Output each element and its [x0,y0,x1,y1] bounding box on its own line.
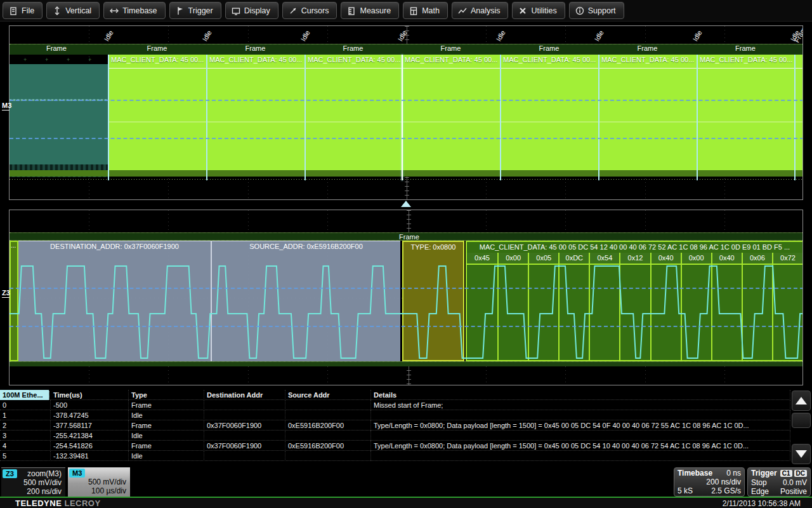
idle-separator-line [500,55,501,180]
row-index-cell: 3 [0,431,51,441]
column-header: Destination Addr [204,390,285,400]
oscilloscope-screen: FileVerticalTimebaseTriggerDisplayCursor… [0,0,812,508]
row-index-cell: 1 [0,410,51,420]
source-addr-cell: 0xE5916B200F00 [285,420,371,431]
frame-label: Frame [46,44,67,52]
frame-topline [207,68,305,69]
idle-separator-line [108,55,109,180]
top-waveform-grid: Frame++++FrameMAC_CLIENT_DATA: 45 00...F… [9,25,803,200]
scroll-up-button[interactable] [792,391,811,411]
trigger-box[interactable]: TriggerC1DC Stop0.0 mV EdgePositive [747,467,811,497]
zoom-extent-line-lower [10,138,803,139]
trigger-type: Edge [751,487,769,496]
type-cell: Idle [129,410,204,420]
details-cell: Type/Length = 0x0800; Data payload [leng… [371,420,790,431]
frame-topline [305,68,402,69]
timebase-tdiv: 200 ns/div [706,478,741,486]
frame-topline [402,68,501,69]
menu-label: Display [244,6,270,15]
idle-separator-line [206,55,207,180]
trigger-position-marker[interactable] [401,201,411,207]
frame-streak [108,121,207,123]
measure-icon [347,6,356,15]
scroll-down-button[interactable] [792,444,811,464]
frame-label: Frame [735,44,756,52]
level-line-lower [10,326,803,327]
idle-label: Idle [103,29,115,43]
menu-button-measure[interactable]: Measure [341,2,399,19]
undecoded-frame-region [10,64,108,164]
time-cell: -377.568117 [51,420,129,431]
idle-label: Idle [691,29,704,43]
row-index-cell: 2 [0,420,51,431]
scrollbar-thumb[interactable] [792,413,811,428]
table-row[interactable]: 3-255.421384Idle [0,431,790,441]
m3-descriptor-box[interactable]: M3 500 mV/div 100 µs/div [68,467,130,497]
frame-label: Frame [343,44,363,52]
time-cell: -255.421384 [51,431,129,441]
menu-label: Support [588,6,616,15]
zoom-extent-line-upper [10,100,803,101]
frame-decode-block [599,55,697,177]
menu-button-math[interactable]: Math [403,2,448,19]
menu-button-file[interactable]: File [3,2,43,19]
menu-button-support[interactable]: Support [569,2,624,19]
m3-tdiv: 100 µs/div [68,486,130,495]
menu-label: Math [422,6,440,15]
idle-label: Idle [593,29,605,43]
m3-tab: M3 [69,469,85,478]
table-row[interactable]: 4-254.541826Frame0x37F0060F19000xE5916B2… [0,441,790,451]
frame-streak [501,121,599,123]
details-cell [371,431,790,441]
table-row[interactable]: 2-377.568117Frame0x37F0060F19000xE5916B2… [0,420,790,431]
column-header: Time(us) [51,390,129,400]
menu-button-cursors[interactable]: Cursors [282,2,337,19]
menu-label: File [22,6,34,15]
menu-label: Analysis [471,6,501,15]
frame-decode-block [697,55,795,177]
table-row[interactable]: 1-378.47245Idle [0,410,790,420]
file-icon [9,6,18,15]
frame-data-label: MAC_CLIENT_DATA: 45 00... [503,56,598,64]
column-header: Details [371,390,790,400]
brand-logo: TELEDYNE LECROY [15,498,101,508]
brand-teledyne: TELEDYNE [15,498,62,508]
type-cell: Idle [129,451,204,461]
timebase-samples: 5 kS [678,486,693,495]
frame-streak [305,121,402,123]
trigger-level: 0.0 mV [783,478,807,487]
decode-mark: + [23,57,27,60]
z3-title: zoom(M3) [27,468,65,478]
decode-bottom-dotline [10,179,803,180]
menu-button-vertical[interactable]: Vertical [46,2,100,19]
menu-button-timebase[interactable]: Timebase [103,2,165,19]
menu-button-display[interactable]: Display [225,2,278,19]
menu-button-trigger[interactable]: Trigger [169,2,221,19]
z3-descriptor-box[interactable]: Z3 zoom(M3) 500 mV/div 200 ns/div [1,467,65,497]
frame-topline [501,68,599,69]
idle-separator-line [304,55,306,180]
frame-streak [402,121,501,123]
frame-decode-block [305,55,402,177]
table-row[interactable]: 5-132.39481Idle [0,451,790,461]
menu-label: Cursors [301,6,329,15]
frame-streak [795,121,803,123]
utilities-icon [518,6,527,15]
source-addr-cell [285,410,371,420]
table-row[interactable]: 0-500FrameMissed start of Frame; [0,400,790,410]
menu-button-analysis[interactable]: Analysis [452,2,509,19]
row-index-cell: 4 [0,441,51,451]
timebase-box[interactable]: Timebase0 ns 200 ns/div 5 kS2.5 GS/s [674,467,745,497]
decode-table: 100M Ethe...Time(us)TypeDestination Addr… [0,390,790,465]
details-cell [371,410,790,420]
frame-data-label: MAC_CLIENT_DATA: 45 00... [111,56,206,64]
channel-label-m3: M3 [2,102,11,110]
frame-label: Frame [147,44,167,52]
source-addr-cell [285,451,371,461]
menu-button-utilities[interactable]: Utilities [512,2,565,19]
source-addr-cell [285,400,371,410]
trigger-mode: Stop [751,478,767,487]
frame-data-label: MAC_CLIENT_DATA: 45 00... [700,56,794,64]
menu-label: Timebase [122,6,157,15]
menu-label: Trigger [188,6,213,15]
